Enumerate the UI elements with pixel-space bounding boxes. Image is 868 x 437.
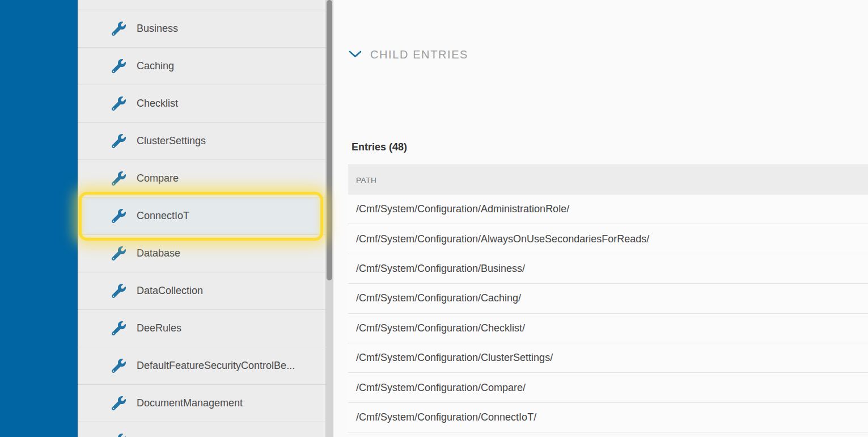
config-list-item-checklist[interactable]: Checklist <box>78 85 325 123</box>
config-list-item-compare[interactable]: Compare <box>78 160 325 198</box>
path-cell: /Cmf/System/Configuration/Business/ <box>356 263 525 275</box>
wrench-icon <box>111 22 126 36</box>
config-list-item-label: DefaultFeatureSecurityControlBe... <box>137 360 295 372</box>
config-list-item-label: Business <box>137 23 178 35</box>
table-row-partial <box>348 432 868 436</box>
table-row[interactable]: /Cmf/System/Configuration/Compare/ <box>348 373 868 402</box>
table-row[interactable]: /Cmf/System/Configuration/ClusterSetting… <box>348 343 868 373</box>
config-list-item-partial-top[interactable] <box>78 0 325 10</box>
config-list-item-label: Checklist <box>137 98 178 110</box>
wrench-icon <box>111 96 126 111</box>
config-list-item-partial-bottom[interactable] <box>78 422 325 437</box>
path-cell: /Cmf/System/Configuration/Checklist/ <box>356 322 525 334</box>
table-body: /Cmf/System/Configuration/Administration… <box>348 195 868 436</box>
config-list-item-connectiot[interactable]: ConnectIoT <box>78 198 325 235</box>
wrench-icon <box>111 359 126 373</box>
wrench-icon <box>111 209 126 224</box>
wrench-icon <box>111 396 126 411</box>
config-list-panel: BusinessCachingChecklistClusterSettingsC… <box>78 0 333 437</box>
chevron-down-icon <box>349 50 362 60</box>
list-scrollbar-thumb[interactable] <box>327 0 332 280</box>
config-list-item-label: ClusterSettings <box>137 135 206 147</box>
section-title: CHILD ENTRIES <box>370 48 468 61</box>
path-cell: /Cmf/System/Configuration/ConnectIoT/ <box>356 411 536 423</box>
wrench-icon <box>111 246 126 261</box>
path-cell: /Cmf/System/Configuration/Caching/ <box>356 292 521 304</box>
app-window: BusinessCachingChecklistClusterSettingsC… <box>0 0 868 437</box>
config-list-item-label: ConnectIoT <box>137 210 189 222</box>
wrench-icon <box>111 59 126 74</box>
config-list-item-business[interactable]: Business <box>78 10 325 48</box>
config-list: BusinessCachingChecklistClusterSettingsC… <box>78 0 325 437</box>
config-list-item-clustersettings[interactable]: ClusterSettings <box>78 123 325 160</box>
config-list-item-label: DocumentManagement <box>137 397 243 409</box>
table-row[interactable]: /Cmf/System/Configuration/AlwaysOnUseSec… <box>348 224 868 254</box>
table-row[interactable]: /Cmf/System/Configuration/Administration… <box>348 195 868 224</box>
entries-table: PATH /Cmf/System/Configuration/Administr… <box>348 165 868 437</box>
config-list-item-database[interactable]: Database <box>78 235 325 272</box>
wrench-icon <box>111 171 126 186</box>
config-list-item-documentmanagement[interactable]: DocumentManagement <box>78 385 325 422</box>
main-content: CHILD ENTRIES Entries (48) PATH /Cmf/Sys… <box>333 0 868 437</box>
wrench-icon <box>111 434 126 437</box>
table-row[interactable]: /Cmf/System/Configuration/Business/ <box>348 254 868 284</box>
column-header-path[interactable]: PATH <box>356 176 376 184</box>
wrench-icon <box>111 134 126 149</box>
config-list-item-datacollection[interactable]: DataCollection <box>78 272 325 310</box>
app-sidebar <box>0 0 78 437</box>
config-list-item-label: Database <box>137 247 180 259</box>
table-row[interactable]: /Cmf/System/Configuration/ConnectIoT/ <box>348 403 868 432</box>
config-list-item-caching[interactable]: Caching <box>78 48 325 85</box>
entries-count-title: Entries (48) <box>352 141 407 153</box>
wrench-icon <box>111 321 126 336</box>
wrench-icon <box>111 284 126 299</box>
config-list-item-deerules[interactable]: DeeRules <box>78 310 325 347</box>
table-header-row: PATH <box>348 165 868 195</box>
config-list-item-label: Caching <box>137 60 174 72</box>
config-list-item-label: DataCollection <box>137 285 203 297</box>
config-list-item-defaultfeaturesecuritycontrolbe[interactable]: DefaultFeatureSecurityControlBe... <box>78 347 325 385</box>
path-cell: /Cmf/System/Configuration/AlwaysOnUseSec… <box>356 233 649 245</box>
config-list-item-label: DeeRules <box>137 322 181 334</box>
config-list-item-label: Compare <box>137 173 179 184</box>
child-entries-section-toggle[interactable]: CHILD ENTRIES <box>349 48 468 61</box>
path-cell: /Cmf/System/Configuration/Administration… <box>356 203 569 215</box>
table-row[interactable]: /Cmf/System/Configuration/Caching/ <box>348 284 868 313</box>
list-scrollbar-track[interactable] <box>325 0 333 437</box>
path-cell: /Cmf/System/Configuration/ClusterSetting… <box>356 352 553 364</box>
path-cell: /Cmf/System/Configuration/Compare/ <box>356 382 526 394</box>
table-row[interactable]: /Cmf/System/Configuration/Checklist/ <box>348 314 868 343</box>
